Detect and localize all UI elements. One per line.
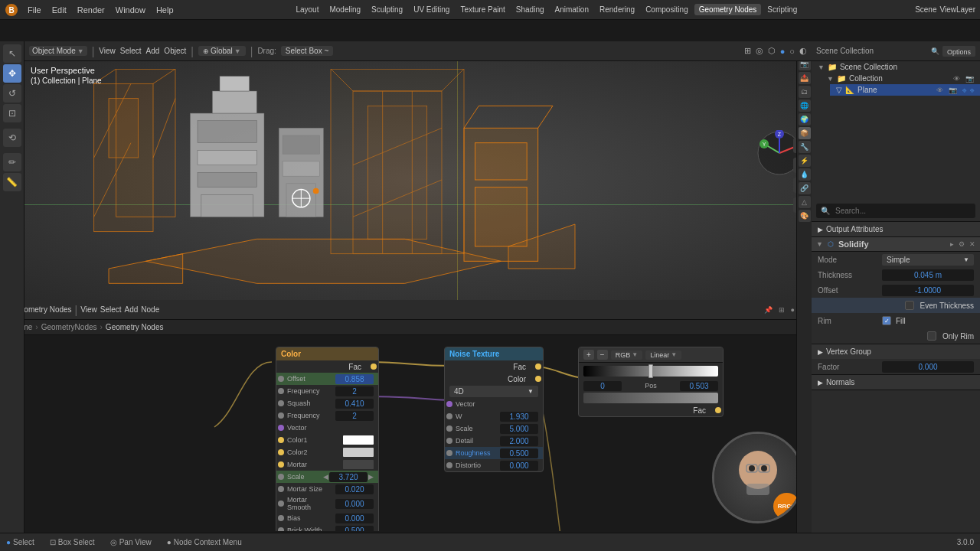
brick-mortar-smooth-value[interactable]: 0.000: [335, 499, 374, 509]
solidify-only-rim-checkbox[interactable]: [927, 331, 936, 341]
particles-tab[interactable]: ⚡: [799, 155, 811, 167]
snap-icon[interactable]: ⊞: [744, 46, 751, 56]
node-canvas[interactable]: RRCG 人人素材 人人素材 Color Fac: [0, 335, 812, 531]
view-menu[interactable]: View: [99, 47, 116, 55]
annotate-tool[interactable]: ✏: [3, 153, 21, 171]
brick-mortar-size-value[interactable]: 0.020: [335, 484, 374, 494]
shading-solid-icon[interactable]: ●: [780, 47, 786, 56]
brick-offset-value[interactable]: 0.858: [335, 374, 374, 384]
object-tab[interactable]: 📦: [799, 127, 811, 139]
select-box-dropdown[interactable]: Select Box ~: [281, 46, 333, 56]
node-overlay-icon[interactable]: ⊞: [779, 306, 785, 314]
brick-frequency-value[interactable]: 2: [335, 386, 374, 396]
noise-w-value[interactable]: 1.930: [500, 412, 538, 422]
scale-increment[interactable]: ▶: [368, 473, 374, 481]
node-view-menu[interactable]: View: [80, 305, 97, 314]
tab-texture-paint[interactable]: Texture Paint: [456, 4, 509, 15]
menu-render[interactable]: Render: [73, 4, 109, 16]
brick-squash-freq-value[interactable]: 2: [335, 411, 374, 421]
constraints-tab[interactable]: 🔗: [799, 182, 811, 194]
brick-squash-value[interactable]: 0.410: [335, 399, 374, 409]
tab-shading[interactable]: Shading: [511, 4, 549, 15]
brick-scale-value[interactable]: 3.720: [329, 472, 368, 482]
world-tab[interactable]: 🌍: [799, 113, 811, 126]
view-layer-tab[interactable]: 🗂: [799, 86, 811, 98]
transform-tool[interactable]: ⟲: [3, 129, 21, 147]
tab-layout[interactable]: Layout: [291, 4, 323, 15]
shading-material-icon[interactable]: ○: [789, 47, 795, 56]
brick-texture-node[interactable]: Color Fac Offset 0.858 Frequency 2 Squas…: [276, 347, 379, 531]
brick-bias-value[interactable]: 0.000: [335, 514, 374, 523]
solidify-mode-selector[interactable]: Simple ▼: [882, 254, 974, 266]
modifier-tab[interactable]: 🔧: [799, 141, 811, 153]
solidify-offset-value[interactable]: -1.0000: [882, 285, 974, 296]
object-mode-selector[interactable]: Object Mode ▼: [29, 46, 87, 56]
rgb-gradient-bar[interactable]: [583, 366, 718, 377]
rgb-handle[interactable]: [648, 364, 653, 378]
scale-decrement[interactable]: ◀: [323, 473, 328, 481]
proportional-icon[interactable]: ◎: [756, 46, 763, 56]
solidify-thickness-value[interactable]: 0.045 m: [882, 269, 974, 281]
rgb-pos-value[interactable]: 0.503: [680, 381, 718, 391]
tab-sculpting[interactable]: Sculpting: [367, 4, 407, 15]
solidify-modifier-header[interactable]: ▼ ⬡ Solidify ▸ ⚙ ✕: [812, 237, 980, 252]
scene-props-tab[interactable]: 🌐: [799, 99, 811, 112]
outliner-plane[interactable]: ▽ 📐 Plane 👁 📷 ⎆ ⎆: [830, 84, 980, 96]
tab-modeling[interactable]: Modeling: [325, 4, 365, 15]
noise-roughness-value[interactable]: 0.500: [500, 448, 538, 458]
properties-search[interactable]: 🔍: [816, 204, 975, 218]
physics-tab[interactable]: 💧: [799, 168, 811, 181]
brick-width-value[interactable]: 0.500: [335, 526, 374, 532]
node-shading-icon[interactable]: ●: [791, 306, 795, 314]
tab-rendering[interactable]: Rendering: [595, 4, 639, 15]
data-tab[interactable]: △: [799, 196, 811, 208]
select-menu[interactable]: Select: [120, 47, 142, 55]
output-tab[interactable]: 📤: [799, 72, 811, 84]
outliner-search-icon[interactable]: 🔍: [931, 47, 939, 55]
scale-tool[interactable]: ⊡: [3, 104, 21, 122]
brick-color1-swatch[interactable]: [343, 435, 374, 445]
cursor-tool[interactable]: ↖: [3, 44, 21, 63]
shading-wire-icon[interactable]: ⬡: [768, 46, 776, 56]
node-node-menu[interactable]: Node: [141, 305, 159, 314]
noise-detail-value[interactable]: 2.000: [500, 436, 538, 446]
solidify-fill-checkbox[interactable]: ✓: [882, 316, 891, 325]
brick-color2-swatch[interactable]: [343, 448, 374, 457]
orientation-selector[interactable]: ⊕ Global ▼: [198, 46, 246, 56]
rgb-ramp-node[interactable]: + − RGB ▼ Linear ▼: [578, 347, 724, 417]
output-attributes-header[interactable]: ▶ Output Attributes: [812, 222, 980, 236]
menu-edit[interactable]: Edit: [47, 4, 71, 16]
node-add-menu[interactable]: Add: [125, 305, 139, 314]
solidify-even-thickness-checkbox[interactable]: [905, 301, 914, 310]
tab-uv-editing[interactable]: UV Editing: [409, 4, 454, 15]
tab-geometry-nodes[interactable]: Geometry Nodes: [694, 4, 762, 15]
rotate-tool[interactable]: ↺: [3, 84, 21, 103]
rgb-mode-selector[interactable]: RGB ▼: [611, 350, 642, 360]
move-tool[interactable]: ✥: [3, 64, 21, 83]
tab-scripting[interactable]: Scripting: [763, 4, 802, 15]
rgb-color-swatch[interactable]: [583, 393, 718, 403]
vertex-group-header[interactable]: ▶ Vertex Group: [812, 344, 980, 359]
measure-tool[interactable]: 📏: [3, 173, 21, 191]
material-tab[interactable]: 🎨: [799, 210, 811, 222]
rgb-remove-btn[interactable]: −: [597, 350, 608, 360]
node-pin-icon[interactable]: 📌: [764, 306, 773, 314]
rgb-add-btn[interactable]: +: [583, 350, 594, 360]
rgb-interp-selector[interactable]: Linear ▼: [645, 350, 681, 360]
normals-header[interactable]: ▶ Normals: [812, 375, 980, 390]
factor-value[interactable]: 0.000: [882, 361, 974, 373]
object-menu[interactable]: Object: [164, 47, 186, 55]
outliner-collection[interactable]: ▼ 📁 Collection 👁 📷: [821, 73, 980, 84]
node-select-menu[interactable]: Select: [100, 305, 122, 314]
rgb-left-value[interactable]: 0: [583, 381, 622, 391]
breadcrumb-geometry-nodes-mod[interactable]: GeometryNodes: [41, 323, 97, 331]
menu-help[interactable]: Help: [152, 4, 178, 16]
noise-distortion-value[interactable]: 0.000: [500, 461, 538, 471]
menu-window[interactable]: Window: [111, 4, 150, 16]
noise-texture-node[interactable]: Noise Texture Fac Color 4D ▼ Vector: [444, 347, 544, 472]
brick-mortar-swatch[interactable]: [343, 460, 374, 469]
noise-dimension-selector[interactable]: 4D ▼: [449, 386, 538, 397]
menu-file[interactable]: File: [23, 4, 46, 16]
outliner-options-btn[interactable]: Options: [942, 46, 975, 57]
viewport-3d[interactable]: RRCG RRCG 人人素材 人人素材: [24, 61, 812, 300]
